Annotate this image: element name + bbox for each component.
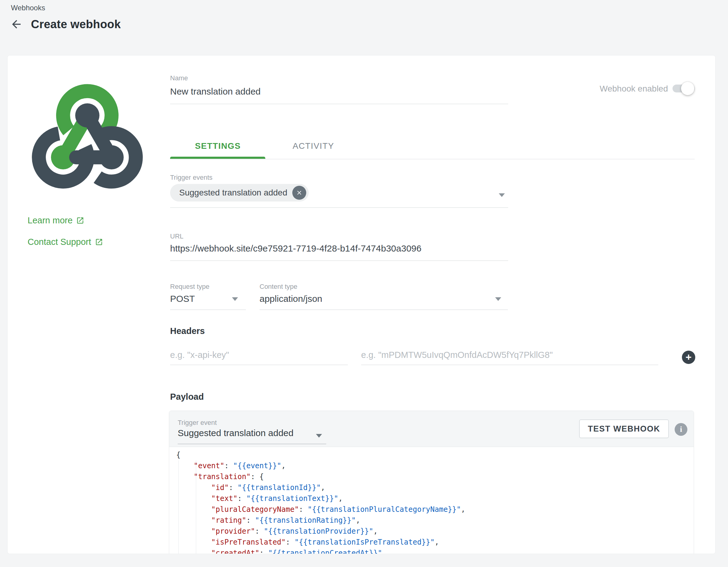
chip-label: Suggested translation added bbox=[179, 188, 287, 198]
page-title: Create webhook bbox=[31, 18, 121, 31]
code-line: "event": "{{event}}", bbox=[176, 460, 694, 471]
url-input[interactable]: https://webhook.site/c9e75921-7719-4f28-… bbox=[170, 243, 421, 254]
breadcrumb[interactable]: Webhooks bbox=[11, 4, 45, 12]
payload-trigger-event-select[interactable]: Suggested translation added bbox=[178, 428, 294, 438]
request-type-select[interactable]: POST bbox=[170, 293, 195, 304]
header-value-input[interactable] bbox=[361, 345, 658, 365]
info-icon[interactable]: i bbox=[675, 423, 687, 436]
title-row: Create webhook bbox=[9, 17, 121, 32]
code-line: "createdAt": "{{translationCreatedAt}}", bbox=[176, 548, 694, 554]
payload-heading: Payload bbox=[170, 392, 204, 402]
request-type-underline bbox=[170, 309, 246, 310]
code-line: "text": "{{translationText}}", bbox=[176, 493, 694, 504]
name-label: Name bbox=[170, 74, 188, 82]
tab-activity[interactable]: ACTIVITY bbox=[266, 136, 361, 157]
learn-more-link[interactable]: Learn more bbox=[28, 216, 84, 226]
payload-panel-header: Trigger event Suggested translation adde… bbox=[169, 411, 694, 447]
dropdown-arrow-icon bbox=[495, 297, 501, 301]
url-label: URL bbox=[170, 233, 183, 240]
indent-guide bbox=[178, 460, 179, 554]
request-type-label: Request type bbox=[170, 283, 210, 290]
learn-more-label: Learn more bbox=[28, 216, 72, 226]
back-button[interactable] bbox=[9, 17, 24, 32]
indent-guide bbox=[196, 460, 196, 554]
code-line: "rating": "{{translationRating}}", bbox=[176, 515, 694, 526]
dropdown-arrow-icon bbox=[232, 297, 238, 301]
tab-settings[interactable]: SETTINGS bbox=[170, 136, 266, 157]
tab-divider bbox=[170, 159, 695, 159]
code-line: "provider": "{{translationProvider}}", bbox=[176, 526, 694, 537]
content-type-select[interactable]: application/json bbox=[260, 293, 322, 304]
close-icon bbox=[296, 190, 303, 196]
name-underline bbox=[170, 104, 508, 104]
payload-panel: Trigger event Suggested translation adde… bbox=[169, 411, 694, 554]
create-webhook-card: Learn more Contact Support Name New tran… bbox=[7, 55, 716, 554]
trigger-events-label: Trigger events bbox=[170, 174, 213, 182]
contact-support-label: Contact Support bbox=[28, 237, 91, 247]
name-input[interactable]: New translation added bbox=[170, 86, 261, 97]
code-line: "translation": { bbox=[176, 471, 694, 482]
back-arrow-icon bbox=[10, 18, 23, 31]
trigger-events-underline bbox=[170, 207, 508, 208]
external-link-icon bbox=[95, 238, 103, 246]
code-line: "pluralCategoryName": "{{translationPlur… bbox=[176, 504, 694, 515]
contact-support-link[interactable]: Contact Support bbox=[28, 237, 103, 247]
dropdown-arrow-icon bbox=[316, 434, 322, 438]
add-header-button[interactable]: + bbox=[682, 350, 695, 364]
content-type-label: Content type bbox=[260, 283, 297, 290]
toggle-thumb bbox=[681, 82, 694, 95]
plus-icon: + bbox=[686, 352, 692, 362]
code-line: "id": "{{translationId}}", bbox=[176, 482, 694, 493]
code-line: { bbox=[176, 449, 694, 460]
webhook-enabled-label: Webhook enabled bbox=[600, 84, 668, 94]
chip-remove-button[interactable] bbox=[292, 186, 306, 200]
code-line: "isPreTranslated": "{{translationIsPreTr… bbox=[176, 537, 694, 548]
trigger-event-chip[interactable]: Suggested translation added bbox=[170, 184, 309, 202]
test-webhook-button[interactable]: TEST WEBHOOK bbox=[579, 419, 669, 438]
payload-code-editor[interactable]: { "event": "{{event}}", "translation": {… bbox=[169, 447, 694, 554]
webhook-logo-icon bbox=[27, 79, 148, 194]
content-type-underline bbox=[260, 309, 508, 310]
url-underline bbox=[170, 260, 508, 261]
header-key-input[interactable] bbox=[170, 345, 348, 365]
dropdown-arrow-icon[interactable] bbox=[499, 193, 505, 197]
payload-code-lines: { "event": "{{event}}", "translation": {… bbox=[176, 449, 694, 554]
external-link-icon bbox=[76, 217, 84, 225]
trigger-event-label: Trigger event bbox=[178, 419, 217, 427]
payload-select-underline bbox=[178, 444, 326, 444]
webhook-enabled-toggle[interactable] bbox=[673, 85, 695, 92]
headers-heading: Headers bbox=[170, 326, 205, 336]
